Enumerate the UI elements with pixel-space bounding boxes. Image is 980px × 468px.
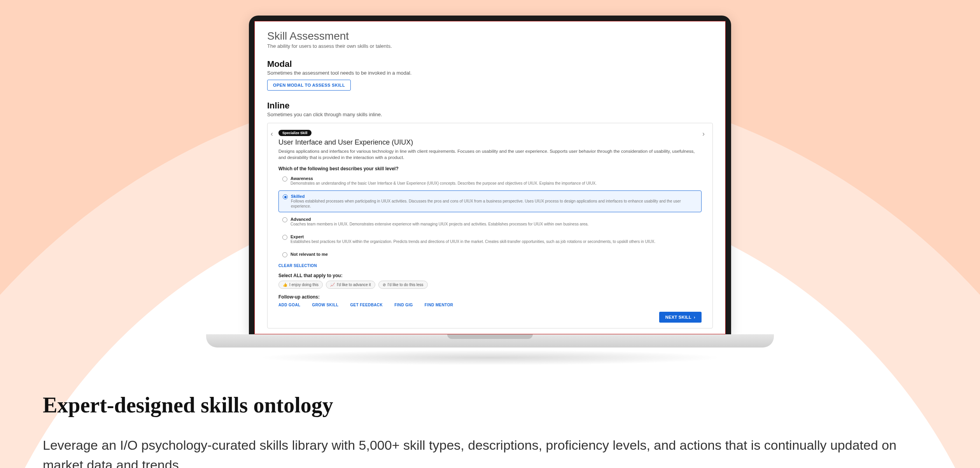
option-label: Skilled bbox=[291, 194, 697, 199]
chip-label: I'd like to advance it bbox=[337, 283, 371, 287]
option-expert[interactable]: Expert Establishes best practices for UI… bbox=[278, 231, 702, 247]
radio-icon bbox=[282, 176, 287, 182]
skill-description: Designs applications and interfaces for … bbox=[278, 148, 702, 161]
option-advanced[interactable]: Advanced Coaches team members in UIUX. D… bbox=[278, 214, 702, 230]
action-find-mentor[interactable]: FIND MENTOR bbox=[425, 303, 453, 307]
less-icon: ⊘ bbox=[383, 283, 386, 287]
thumbs-up-icon: 👍 bbox=[283, 283, 287, 287]
action-find-gig[interactable]: FIND GIG bbox=[394, 303, 413, 307]
skill-title: User Interface and User Experience (UIUX… bbox=[278, 138, 702, 147]
option-desc: Demonstrates an understanding of the bas… bbox=[290, 181, 597, 186]
laptop-mockup: Skill Assessment The ability for users t… bbox=[235, 16, 745, 365]
radio-icon bbox=[282, 252, 287, 257]
modal-desc: Sometimes the assessment tool needs to b… bbox=[267, 70, 713, 76]
action-get-feedback[interactable]: GET FEEDBACK bbox=[350, 303, 383, 307]
option-label: Expert bbox=[290, 234, 655, 239]
laptop-shadow bbox=[257, 350, 723, 365]
chip-less[interactable]: ⊘ I'd like to do this less bbox=[378, 281, 428, 289]
modal-heading: Modal bbox=[267, 59, 713, 69]
option-not-relevant[interactable]: Not relevant to me bbox=[278, 249, 702, 260]
chip-advance[interactable]: 📈 I'd like to advance it bbox=[326, 281, 375, 289]
followup-label: Follow-up actions: bbox=[278, 294, 702, 300]
next-skill-button[interactable]: NEXT SKILL › bbox=[659, 312, 702, 323]
apply-all-label: Select ALL that apply to you: bbox=[278, 273, 702, 278]
option-desc: Coaches team members in UIUX. Demonstrat… bbox=[290, 222, 588, 227]
skill-badge: Specialize Skill bbox=[278, 130, 312, 136]
app-title: Skill Assessment bbox=[267, 30, 713, 42]
option-desc: Follows established processes when parti… bbox=[291, 199, 697, 209]
chip-enjoy[interactable]: 👍 I enjoy doing this bbox=[278, 281, 323, 289]
action-add-goal[interactable]: ADD GOAL bbox=[278, 303, 301, 307]
radio-icon bbox=[283, 194, 288, 199]
option-skilled[interactable]: Skilled Follows established processes wh… bbox=[278, 190, 702, 212]
option-desc: Establishes best practices for UIUX with… bbox=[290, 239, 655, 244]
option-awareness[interactable]: Awareness Demonstrates an understanding … bbox=[278, 173, 702, 189]
action-grow-skill[interactable]: GROW SKILL bbox=[312, 303, 339, 307]
skill-card: ‹ › Specialize Skill User Interface and … bbox=[267, 123, 713, 328]
laptop-base bbox=[206, 334, 774, 348]
radio-icon bbox=[282, 235, 287, 240]
radio-icon bbox=[282, 217, 287, 222]
open-modal-button[interactable]: OPEN MODAL TO ASSESS SKILL bbox=[267, 80, 351, 91]
laptop-notch bbox=[447, 334, 533, 339]
inline-heading: Inline bbox=[267, 101, 713, 111]
app-subtitle: The ability for users to assess their ow… bbox=[267, 43, 713, 49]
option-label: Awareness bbox=[290, 176, 597, 181]
next-skill-chevron-icon[interactable]: › bbox=[702, 130, 709, 137]
option-label: Advanced bbox=[290, 217, 588, 222]
inline-desc: Sometimes you can click through many ski… bbox=[267, 112, 713, 117]
prev-skill-chevron-icon[interactable]: ‹ bbox=[271, 130, 278, 137]
skill-level-question: Which of the following best describes yo… bbox=[278, 166, 702, 171]
page-headline: Expert-designed skills ontology bbox=[43, 393, 333, 417]
chevron-right-icon: › bbox=[694, 315, 695, 320]
laptop-bezel: Skill Assessment The ability for users t… bbox=[249, 16, 731, 334]
page-body: Leverage an I/O psychology-curated skill… bbox=[43, 435, 937, 468]
chip-label: I'd like to do this less bbox=[388, 283, 424, 287]
chip-label: I enjoy doing this bbox=[289, 283, 318, 287]
next-skill-label: NEXT SKILL bbox=[665, 315, 691, 320]
laptop-screen: Skill Assessment The ability for users t… bbox=[254, 21, 726, 334]
clear-selection-link[interactable]: CLEAR SELECTION bbox=[278, 264, 317, 268]
advance-icon: 📈 bbox=[330, 283, 335, 287]
option-label: Not relevant to me bbox=[290, 252, 328, 257]
